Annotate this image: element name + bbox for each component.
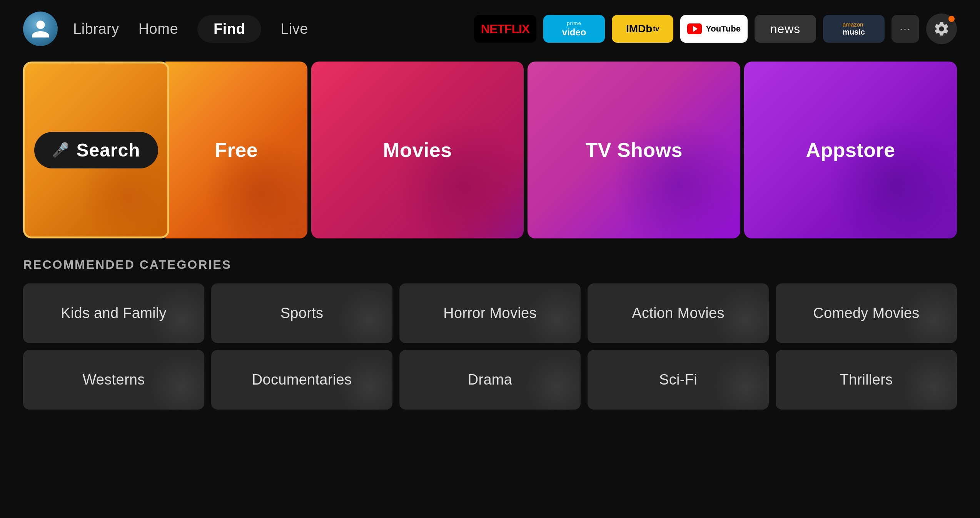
search-card[interactable]: 🎤 Search bbox=[23, 62, 169, 238]
category-wave-decoration bbox=[711, 352, 769, 410]
search-pill[interactable]: 🎤 Search bbox=[34, 132, 158, 168]
tvshows-label: TV Shows bbox=[586, 138, 683, 162]
imdb-label: IMDb bbox=[626, 23, 652, 35]
nav-home[interactable]: Home bbox=[139, 21, 178, 37]
categories-section: RECOMMENDED CATEGORIES Kids and FamilySp… bbox=[0, 238, 980, 410]
top-navigation: Library Home Find Live NETFLIX prime vid… bbox=[0, 0, 980, 58]
category-sci-fi[interactable]: Sci-Fi bbox=[588, 350, 769, 410]
category-drama[interactable]: Drama bbox=[399, 350, 581, 410]
hero-section: 🎤 Search Free Movies TV Shows Appstore bbox=[0, 62, 980, 238]
music-label: music bbox=[843, 28, 865, 37]
category-label: Kids and Family bbox=[61, 305, 167, 321]
category-horror-movies[interactable]: Horror Movies bbox=[399, 283, 581, 343]
settings-button[interactable] bbox=[926, 13, 957, 44]
movies-label: Movies bbox=[383, 138, 452, 162]
amazon-music-app[interactable]: amazon music bbox=[823, 15, 885, 43]
category-kids-family[interactable]: Kids and Family bbox=[23, 283, 204, 343]
nav-live[interactable]: Live bbox=[280, 21, 308, 37]
category-wave-decoration bbox=[523, 352, 581, 410]
microphone-icon: 🎤 bbox=[52, 142, 69, 158]
free-label: Free bbox=[215, 138, 258, 162]
category-documentaries[interactable]: Documentaries bbox=[211, 350, 392, 410]
youtube-play-icon bbox=[687, 23, 702, 34]
tvshows-card[interactable]: TV Shows bbox=[528, 62, 740, 238]
appstore-wave-decoration bbox=[822, 112, 957, 238]
category-action-movies[interactable]: Action Movies bbox=[588, 283, 769, 343]
category-thrillers[interactable]: Thrillers bbox=[776, 350, 957, 410]
category-label: Thrillers bbox=[840, 371, 893, 388]
categories-title: RECOMMENDED CATEGORIES bbox=[23, 258, 957, 272]
category-sports[interactable]: Sports bbox=[211, 283, 392, 343]
category-comedy-movies[interactable]: Comedy Movies bbox=[776, 283, 957, 343]
settings-notification-dot bbox=[948, 16, 955, 22]
nav-links: Library Home Find Live bbox=[73, 15, 308, 43]
category-wave-decoration bbox=[899, 352, 957, 410]
app-shortcuts: NETFLIX prime video IMDbtv YouTube news … bbox=[474, 13, 957, 44]
movies-wave-decoration bbox=[389, 112, 524, 238]
category-label: Sports bbox=[280, 305, 324, 321]
imdb-tv-label: tv bbox=[653, 25, 659, 33]
prime-top-label: prime bbox=[567, 20, 581, 26]
category-label: Action Movies bbox=[632, 305, 724, 321]
appstore-card[interactable]: Appstore bbox=[744, 62, 957, 238]
category-label: Comedy Movies bbox=[813, 305, 919, 321]
free-card[interactable]: Free bbox=[165, 62, 307, 238]
youtube-label: YouTube bbox=[706, 24, 741, 34]
nav-library[interactable]: Library bbox=[73, 21, 119, 37]
category-wave-decoration bbox=[147, 352, 204, 410]
netflix-app[interactable]: NETFLIX bbox=[474, 15, 536, 43]
category-westerns[interactable]: Westerns bbox=[23, 350, 204, 410]
category-label: Sci-Fi bbox=[659, 371, 697, 388]
category-label: Horror Movies bbox=[443, 305, 537, 321]
user-avatar[interactable] bbox=[23, 12, 58, 46]
categories-grid: Kids and FamilySportsHorror MoviesAction… bbox=[23, 283, 957, 410]
amazon-label: amazon bbox=[843, 21, 863, 28]
category-wave-decoration bbox=[335, 285, 392, 343]
category-label: Drama bbox=[468, 371, 513, 388]
tvshows-wave-decoration bbox=[606, 112, 740, 238]
more-apps-button[interactable]: ··· bbox=[892, 15, 919, 43]
imdb-app[interactable]: IMDbtv bbox=[612, 15, 673, 43]
prime-video-app[interactable]: prime video bbox=[543, 15, 605, 43]
news-app[interactable]: news bbox=[755, 15, 816, 43]
category-label: Westerns bbox=[82, 371, 145, 388]
search-label: Search bbox=[76, 140, 140, 161]
nav-find[interactable]: Find bbox=[197, 15, 261, 43]
movies-card[interactable]: Movies bbox=[311, 62, 524, 238]
category-label: Documentaries bbox=[252, 371, 352, 388]
prime-bottom-label: video bbox=[562, 27, 586, 38]
youtube-app[interactable]: YouTube bbox=[680, 15, 748, 43]
appstore-label: Appstore bbox=[806, 138, 895, 162]
